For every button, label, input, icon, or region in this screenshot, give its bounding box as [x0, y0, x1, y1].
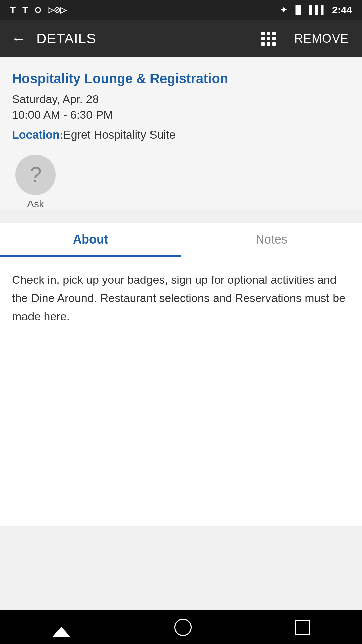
status-circle: [35, 7, 41, 13]
recents-nav-button[interactable]: [295, 620, 310, 635]
home-nav-button[interactable]: [174, 619, 192, 636]
grid-dot: [261, 42, 265, 46]
status-icons: ▷⊘▷: [48, 5, 66, 15]
top-bar: ← DETAILS REMOVE: [0, 20, 362, 57]
question-mark-icon: ?: [29, 164, 42, 185]
grid-row-2: [261, 37, 276, 40]
bottom-nav: [0, 610, 362, 644]
ask-section: ? Ask: [12, 155, 350, 210]
grid-row-3: [261, 42, 276, 46]
status-bar: T T ▷⊘▷ ✦ ▐▌ ▌▌▌ 2:44: [0, 0, 362, 20]
battery-icon: ▐▌: [293, 5, 304, 15]
event-date: Saturday, Apr. 28: [12, 93, 350, 106]
tab-about-content: Check in, pick up your badges, sign up f…: [0, 257, 362, 526]
grid-dot: [267, 37, 270, 40]
about-text: Check in, pick up your badges, sign up f…: [12, 271, 350, 325]
grid-dot: [272, 37, 276, 40]
grid-row-1: [261, 32, 276, 35]
status-t1: T: [10, 5, 16, 15]
ask-button[interactable]: ?: [15, 155, 56, 195]
location-label: Location:: [12, 128, 63, 141]
event-time: 10:00 AM - 6:30 PM: [12, 108, 350, 121]
remove-button[interactable]: REMOVE: [289, 28, 354, 49]
back-button[interactable]: ←: [8, 27, 29, 50]
content-area: Hospitality Lounge & Registration Saturd…: [0, 57, 362, 210]
tab-about[interactable]: About: [0, 223, 181, 257]
status-bar-right: ✦ ▐▌ ▌▌▌ 2:44: [280, 4, 352, 16]
signal-icon: ▌▌▌: [309, 5, 326, 15]
page-title: DETAILS: [36, 31, 248, 47]
grid-dot: [272, 42, 276, 46]
grid-dot: [267, 42, 270, 46]
tabs-header: About Notes: [0, 223, 362, 257]
tab-notes[interactable]: Notes: [181, 223, 362, 257]
status-t2: T: [22, 5, 28, 15]
location-value: Egret Hospitality Suite: [63, 128, 176, 141]
ask-label: Ask: [15, 198, 56, 210]
back-nav-button[interactable]: [52, 617, 71, 637]
grid-dot: [261, 32, 265, 35]
event-location: Location:Egret Hospitality Suite: [12, 128, 350, 141]
grid-dot: [261, 37, 265, 40]
time-display: 2:44: [332, 4, 352, 16]
bluetooth-icon: ✦: [280, 5, 287, 15]
tabs-container: About Notes Check in, pick up your badge…: [0, 223, 362, 526]
event-title: Hospitality Lounge & Registration: [12, 70, 350, 87]
grid-dot: [267, 32, 270, 35]
status-bar-left: T T ▷⊘▷: [10, 5, 66, 15]
grid-menu-button[interactable]: [255, 28, 282, 49]
grid-dot: [272, 32, 276, 35]
